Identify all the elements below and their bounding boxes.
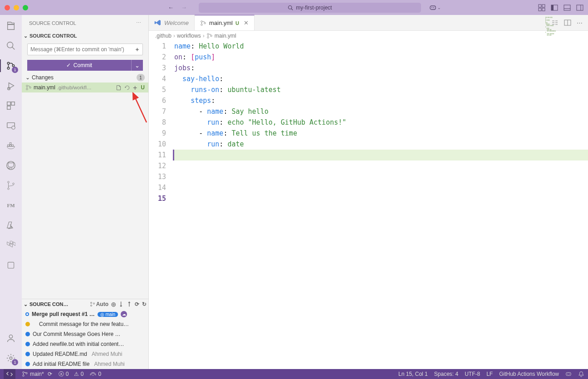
branch-indicator[interactable]: main*⟳ [22, 371, 52, 377]
panel-bottom-icon[interactable] [564, 4, 571, 11]
source-control-tab[interactable]: 1 [5, 59, 17, 72]
commit-row[interactable]: Commit message for the new featu… [22, 319, 148, 329]
svg-rect-22 [7, 102, 10, 105]
refresh-icon[interactable]: ↻ [142, 301, 147, 307]
figma-tab[interactable]: FM [5, 199, 17, 212]
copilot-menu[interactable]: ⌄ [429, 4, 441, 11]
git-file-icon [25, 84, 32, 91]
run-debug-tab[interactable] [5, 79, 17, 92]
tab-label: Welcome [164, 19, 189, 26]
code-lines[interactable]: name: Hello Worldon: [push]jobs: say-hel… [174, 41, 588, 204]
svg-point-36 [9, 335, 12, 338]
svg-point-17 [7, 62, 10, 64]
svg-rect-7 [539, 8, 541, 11]
open-file-icon[interactable] [116, 85, 122, 91]
encoding-indicator[interactable]: UTF-8 [465, 371, 480, 377]
remote-explorer-tab[interactable] [5, 119, 17, 132]
language-indicator[interactable]: GitHub Actions Workflow [499, 371, 559, 377]
accounts-icon[interactable] [5, 332, 17, 345]
github-tab[interactable] [5, 159, 17, 172]
chevron-down-icon: ⌄ [437, 5, 441, 10]
commit-row[interactable]: Add initial README fileAhmed Muhi [22, 359, 148, 369]
code-editor[interactable]: 123456789101112131415 name: Hello Worldo… [149, 41, 588, 204]
commit-message: Updated README.md [33, 351, 87, 357]
command-center[interactable]: my-first-project [199, 3, 421, 13]
svg-point-53 [23, 372, 24, 374]
graph-header[interactable]: ⌄ SOURCE CON… Auto ◎ ⭣ ⭡ ⟳ ↻ [22, 299, 148, 309]
crumb-a[interactable]: .github [155, 33, 172, 39]
svg-rect-6 [542, 5, 545, 7]
nav-forward-icon[interactable]: → [181, 4, 187, 11]
svg-rect-30 [12, 145, 14, 146]
more-icon[interactable]: ⋯ [136, 20, 141, 26]
nav-back-icon[interactable]: ← [168, 4, 174, 11]
nav-arrows: ← → [168, 4, 187, 11]
svg-rect-28 [10, 145, 11, 146]
fetch-icon[interactable]: ⟳ [135, 301, 139, 307]
branch-picker-icon[interactable]: Auto [90, 301, 108, 307]
notifications-icon[interactable] [578, 371, 584, 377]
explorer-tab[interactable] [5, 19, 17, 32]
git-branch-tab[interactable] [5, 179, 17, 192]
commit-message-input[interactable] [30, 46, 135, 53]
graph-title: SOURCE CON… [29, 301, 69, 307]
cursor-position[interactable]: Ln 15, Col 1 [398, 371, 428, 377]
copilot-status-icon[interactable] [565, 371, 572, 377]
pull-icon[interactable]: ⭣ [118, 301, 124, 307]
commit-button[interactable]: ✓ Commit [27, 60, 131, 71]
svg-rect-5 [539, 5, 541, 7]
crumb-c[interactable]: main.yml [215, 33, 236, 39]
file-name: main.yml [34, 84, 55, 91]
tab-main-yml[interactable]: main.yml U ✕ [195, 15, 255, 30]
changes-header[interactable]: ⌄ Changes 1 [22, 73, 148, 83]
changed-file-row[interactable]: main.yml .github/workfl… + U [22, 83, 148, 92]
remote-indicator[interactable] [4, 369, 15, 379]
svg-rect-27 [8, 145, 10, 146]
maximize-window[interactable] [23, 5, 28, 10]
terraform-tab[interactable] [5, 239, 17, 252]
indent-indicator[interactable]: Spaces: 4 [434, 371, 458, 377]
close-window[interactable] [5, 5, 10, 10]
commit-row[interactable]: Our Commit Message Goes Here … [22, 329, 148, 339]
extensions-tab[interactable] [5, 99, 17, 112]
minimap[interactable]: ███ ████ ███████ ██████████ ███████ ████… [545, 17, 586, 67]
svg-point-32 [8, 181, 10, 183]
chevron-down-icon: ⌄ [25, 74, 30, 81]
stage-plus-icon[interactable]: + [133, 85, 137, 91]
commit-message: Add initial README file [33, 361, 89, 367]
commit-row[interactable]: Updated README.mdAhmed Muhi [22, 349, 148, 359]
extra-tab[interactable] [5, 259, 17, 272]
target-icon[interactable]: ◎ [111, 301, 116, 307]
svg-point-49 [207, 34, 209, 35]
sparkle-icon[interactable]: ✦ [135, 46, 140, 53]
discard-changes-icon[interactable] [124, 85, 130, 91]
problems-indicator[interactable]: ⓧ0 ⚠0 [59, 370, 84, 378]
file-path: .github/workfl… [57, 85, 114, 90]
commit-row[interactable]: Merge pull request #1 …◎ main☁ [22, 309, 148, 319]
layout-grid-icon[interactable] [538, 4, 545, 11]
breadcrumb[interactable]: .github› workflows› main.yml [149, 31, 588, 41]
svg-rect-29 [10, 143, 11, 145]
scm-section-header[interactable]: ⌄ SOURCE CONTROL [22, 31, 148, 41]
svg-rect-35 [8, 262, 14, 268]
azure-tab[interactable] [5, 219, 17, 232]
ports-indicator[interactable]: 0 [90, 371, 101, 377]
commit-message: Merge pull request #1 … [32, 311, 95, 317]
svg-point-56 [93, 375, 94, 376]
minimize-window[interactable] [14, 5, 19, 10]
commit-row[interactable]: Added newfile.txt with initial content… [22, 339, 148, 349]
close-icon[interactable]: ✕ [244, 19, 249, 26]
push-icon[interactable]: ⭡ [127, 301, 132, 307]
commit-message-field[interactable]: ✦ [27, 44, 143, 55]
scm-graph-section: ⌄ SOURCE CON… Auto ◎ ⭣ ⭡ ⟳ ↻ Merge pull … [22, 299, 148, 369]
panel-right-icon[interactable] [576, 4, 583, 11]
settings-icon[interactable]: 1 [5, 352, 17, 364]
commit-dropdown[interactable]: ⌄ [131, 60, 143, 71]
docker-tab[interactable] [5, 139, 17, 152]
panel-left-icon[interactable] [551, 4, 558, 11]
tab-welcome[interactable]: Welcome [149, 15, 195, 30]
cloud-badge: ☁ [121, 311, 127, 317]
search-tab[interactable] [5, 39, 17, 52]
crumb-b[interactable]: workflows [177, 33, 201, 39]
eol-indicator[interactable]: LF [486, 371, 493, 377]
